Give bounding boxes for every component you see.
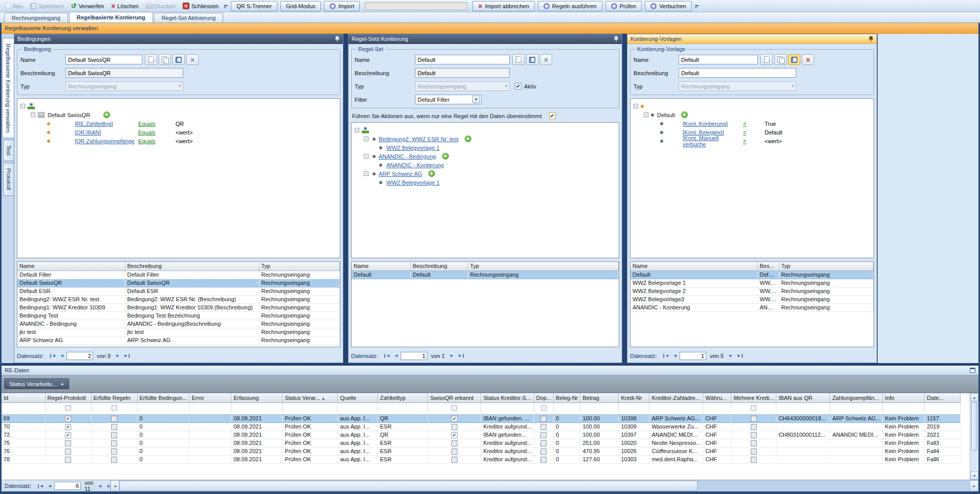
p3-name-input[interactable] bbox=[679, 55, 758, 64]
checkbox-checked[interactable]: ✔ bbox=[451, 432, 458, 438]
checkbox[interactable] bbox=[751, 424, 757, 430]
checkbox[interactable] bbox=[111, 440, 117, 446]
operator-link[interactable]: = bbox=[743, 129, 765, 136]
p1-beschreibung-input[interactable] bbox=[66, 68, 183, 78]
grid-column-header[interactable]: Id bbox=[2, 393, 45, 402]
new-record-button[interactable] bbox=[145, 54, 157, 65]
column-header[interactable]: Besch... bbox=[757, 262, 779, 271]
import-button[interactable]: Import bbox=[324, 1, 360, 11]
table-row[interactable]: Bedingung TestBedingung Test Bezeichnung… bbox=[17, 311, 340, 320]
side-tab-regelbasierte-kontierung[interactable]: Regelbasierte Kontierung verwalten bbox=[2, 38, 14, 138]
field-link[interactable]: [QR.Zahlungsempfänge bbox=[75, 138, 138, 144]
grid-row[interactable]: 78008.09.2021Prüfen OKaus App. I...ESRKr… bbox=[2, 455, 961, 463]
grid-filter-cell[interactable] bbox=[338, 402, 378, 414]
scroll-thumb[interactable] bbox=[119, 481, 698, 491]
tree-node-label[interactable]: Default bbox=[657, 112, 675, 118]
add-node-icon[interactable]: + bbox=[681, 111, 688, 118]
checkbox[interactable] bbox=[751, 457, 757, 463]
column-header[interactable]: Typ bbox=[779, 262, 874, 271]
vertical-scrollbar[interactable]: ▲ ▼ bbox=[970, 393, 978, 480]
first-record-button[interactable]: ❙◄ bbox=[35, 484, 45, 488]
pin-icon[interactable] bbox=[335, 36, 340, 42]
qr-s-trenner-button[interactable]: QR S-Trenner bbox=[231, 1, 277, 11]
grid-row[interactable]: 75008.09.2021Prüfen OKaus App. I...ESRKr… bbox=[2, 439, 961, 447]
next-record-button[interactable]: ► bbox=[114, 353, 121, 358]
grid-filter-cell[interactable] bbox=[2, 402, 45, 414]
first-record-button[interactable]: ❙◄ bbox=[382, 353, 391, 358]
filter-checkbox[interactable] bbox=[541, 405, 547, 411]
grid-column-header[interactable]: Regel-Protokoll bbox=[45, 393, 91, 402]
template-link[interactable]: WWZ Belegvorlage 1 bbox=[386, 145, 440, 151]
p2-typ-combo[interactable]: Rechnungseingang▼ bbox=[415, 81, 510, 91]
filter-checkbox[interactable] bbox=[66, 405, 71, 411]
grid-filter-cell[interactable] bbox=[378, 402, 428, 414]
checkbox[interactable] bbox=[451, 457, 458, 463]
checkbox[interactable] bbox=[111, 416, 117, 422]
tab-regel-set-aktivierung[interactable]: Regel-Set Aktivierung bbox=[154, 13, 224, 23]
checkbox[interactable] bbox=[540, 416, 547, 422]
filter-checkbox[interactable] bbox=[112, 405, 117, 411]
field-link[interactable]: [QR.IBAN] bbox=[75, 129, 138, 136]
grid-filter-cell[interactable] bbox=[428, 402, 481, 414]
add-node-icon[interactable]: + bbox=[442, 153, 449, 160]
save-button[interactable]: Speichern bbox=[27, 2, 67, 10]
aktiv-checkbox[interactable]: ✔ bbox=[515, 83, 521, 89]
grid-filter-cell[interactable] bbox=[830, 402, 883, 414]
column-header[interactable]: Name bbox=[630, 262, 757, 271]
tree-expand-icon[interactable]: − bbox=[364, 137, 368, 141]
checkbox[interactable] bbox=[65, 440, 71, 446]
filter-checkbox[interactable] bbox=[451, 405, 457, 411]
save-record-button[interactable] bbox=[172, 54, 185, 65]
grid-filter-cell[interactable] bbox=[619, 402, 649, 414]
checkbox[interactable] bbox=[751, 432, 757, 438]
table-row[interactable]: WWZ Belegvorlage 2WWZ ...Rechnungseingan… bbox=[630, 287, 874, 295]
last-record-button[interactable]: ►❙ bbox=[456, 353, 466, 358]
p3-typ-combo[interactable]: Rechnungseingang▼ bbox=[679, 81, 796, 91]
p2-beschreibung-input[interactable] bbox=[415, 68, 510, 78]
grid-filter-cell[interactable] bbox=[883, 402, 925, 414]
close-button[interactable]: ✕Schliessen bbox=[180, 2, 222, 10]
condition-link[interactable]: ANANDIC - Bedingung bbox=[379, 153, 436, 160]
new-button[interactable]: Neu bbox=[2, 2, 26, 10]
record-number-input[interactable] bbox=[401, 352, 427, 360]
prev-record-button[interactable]: ◄ bbox=[393, 353, 399, 358]
column-header[interactable]: Typ bbox=[259, 262, 340, 271]
panel-splitter[interactable] bbox=[343, 34, 348, 363]
field-link[interactable]: [Kont..Kontierung] bbox=[683, 121, 743, 127]
add-node-icon[interactable]: + bbox=[465, 136, 471, 142]
checkbox[interactable] bbox=[451, 440, 458, 446]
table-row[interactable]: ANANDIC - KontierungANAN...Rechnungseing… bbox=[630, 303, 874, 311]
table-row[interactable]: Default FilterDefault FilterRechnungsein… bbox=[17, 271, 340, 279]
last-record-button[interactable]: ►❙ bbox=[122, 353, 132, 358]
grid-filter-cell[interactable] bbox=[925, 402, 961, 414]
grid-column-header[interactable]: Error bbox=[189, 393, 231, 402]
field-link[interactable]: [Kont..Manuell verbuche bbox=[683, 135, 743, 147]
checkbox[interactable] bbox=[111, 457, 117, 463]
grid-column-header[interactable]: Betrag bbox=[580, 393, 619, 402]
checkbox[interactable] bbox=[751, 416, 757, 422]
grid-filter-cell[interactable] bbox=[731, 402, 776, 414]
tab-rechnungseingang[interactable]: Rechnungseingang bbox=[4, 13, 68, 23]
scroll-thumb[interactable] bbox=[971, 402, 977, 451]
template-link[interactable]: ANANDIC - Kontierung bbox=[386, 162, 444, 168]
scroll-down-icon[interactable]: ▼ bbox=[970, 471, 978, 480]
check-button[interactable]: Prüfen bbox=[605, 1, 642, 11]
tab-regelbasierte-kontierung[interactable]: Regelbasierte Kontierung bbox=[69, 12, 153, 23]
condition-link[interactable]: ARP Schweiz AG bbox=[379, 171, 422, 177]
checkbox[interactable] bbox=[451, 448, 458, 455]
toolbar-overflow-icon[interactable]: ▬▾ bbox=[694, 2, 700, 11]
prev-record-button[interactable]: ◄ bbox=[58, 353, 65, 358]
print-button[interactable]: Drucken bbox=[143, 2, 179, 10]
grid-column-header[interactable]: Erfüllte Regeln bbox=[91, 393, 137, 402]
checkbox[interactable] bbox=[65, 448, 71, 455]
delete-record-button[interactable]: × bbox=[802, 54, 814, 65]
checkbox[interactable] bbox=[111, 448, 117, 455]
prev-record-button[interactable]: ◄ bbox=[671, 353, 678, 358]
operator-link[interactable]: Equals bbox=[138, 129, 176, 136]
table-row[interactable]: ARP Schweiz AGARP Schweiz AGRechnungsein… bbox=[17, 336, 340, 344]
grid-modus-button[interactable]: Grid-Modus bbox=[280, 1, 321, 11]
add-node-icon[interactable]: + bbox=[428, 170, 435, 177]
last-record-button[interactable]: ►❙ bbox=[735, 353, 745, 358]
checkbox[interactable] bbox=[540, 424, 547, 430]
side-tab-test[interactable]: Test bbox=[3, 140, 14, 161]
